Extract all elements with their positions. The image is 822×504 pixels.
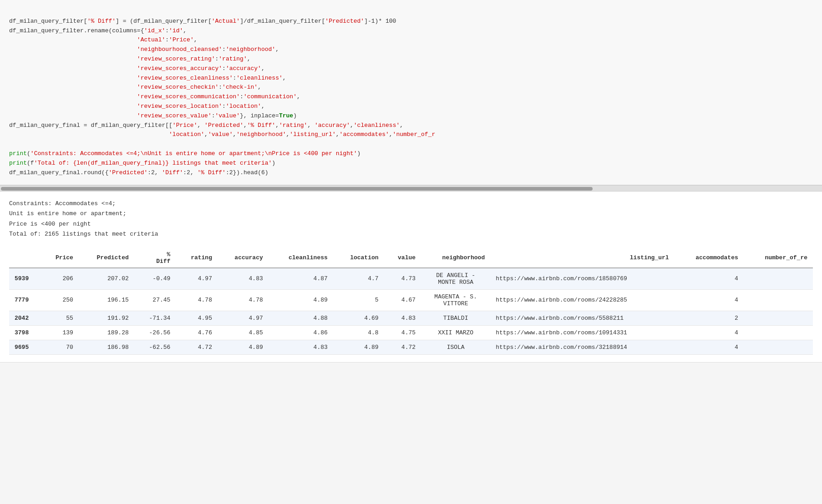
- table-cell-0: 3798: [9, 325, 41, 340]
- th-number-of-re: number_of_re: [744, 248, 813, 268]
- code-line-1: df_milan_query_filter['% Diff'] = (df_mi…: [9, 18, 396, 25]
- th-listing-url: listing_url: [490, 248, 674, 268]
- table-cell-7: 5: [333, 289, 384, 311]
- table-cell-10: https://www.airbnb.com/rooms/10914331: [490, 325, 674, 340]
- code-line-final: df_milan_query_final = df_milan_query_fi…: [9, 122, 435, 138]
- table-cell-0: 2042: [9, 311, 41, 325]
- output-cell: Constraints: Accommodates <=4; Unit is e…: [0, 192, 822, 362]
- table-cell-4: 4.78: [176, 289, 218, 311]
- table-cell-11: 4: [675, 325, 744, 340]
- table-cell-2: 189.28: [79, 325, 134, 340]
- table-cell-3: -71.34: [134, 311, 176, 325]
- table-cell-0: 9695: [9, 340, 41, 354]
- table-cell-3: -62.56: [134, 340, 176, 354]
- table-cell-2: 191.92: [79, 311, 134, 325]
- output-constraints-text: Constraints: Accommodates <=4; Unit is e…: [9, 199, 813, 239]
- th-rating: rating: [176, 248, 218, 268]
- table-cell-2: 196.15: [79, 289, 134, 311]
- table-cell-4: 4.72: [176, 340, 218, 354]
- results-table: Price Predicted %Diff rating accuracy cl…: [9, 248, 813, 355]
- table-cell-6: 4.86: [269, 325, 333, 340]
- table-row: 969570186.98-62.564.724.894.834.894.72IS…: [9, 340, 813, 354]
- table-cell-0: 5939: [9, 268, 41, 290]
- table-cell-6: 4.89: [269, 289, 333, 311]
- table-cell-1: 206: [41, 268, 79, 290]
- table-cell-3: 27.45: [134, 289, 176, 311]
- th-location: location: [333, 248, 384, 268]
- table-cell-8: 4.75: [384, 325, 421, 340]
- table-body: 5939206207.02-0.494.974.834.874.74.73DE …: [9, 268, 813, 355]
- table-cell-8: 4.83: [384, 311, 421, 325]
- table-cell-5: 4.89: [218, 340, 269, 354]
- table-cell-12: [744, 311, 813, 325]
- code-cell: df_milan_query_filter['% Diff'] = (df_mi…: [0, 0, 822, 185]
- table-cell-1: 70: [41, 340, 79, 354]
- table-cell-1: 250: [41, 289, 79, 311]
- th-index: [9, 248, 41, 268]
- table-cell-11: 2: [675, 311, 744, 325]
- table-row: 204255191.92-71.344.954.974.884.694.83TI…: [9, 311, 813, 325]
- table-cell-3: -0.49: [134, 268, 176, 290]
- table-cell-10: https://www.airbnb.com/rooms/5588211: [490, 311, 674, 325]
- table-cell-2: 207.02: [79, 268, 134, 290]
- table-row: 3798139189.28-26.564.764.854.864.84.75XX…: [9, 325, 813, 340]
- th-price: Price: [41, 248, 79, 268]
- table-cell-12: [744, 340, 813, 354]
- table-cell-7: 4.89: [333, 340, 384, 354]
- table-cell-7: 4.8: [333, 325, 384, 340]
- th-pct-diff: %Diff: [134, 248, 176, 268]
- table-cell-9: DE ANGELI -MONTE ROSA: [421, 268, 490, 290]
- table-cell-9: XXII MARZO: [421, 325, 490, 340]
- table-cell-0: 7779: [9, 289, 41, 311]
- table-cell-1: 139: [41, 325, 79, 340]
- table-cell-11: 4: [675, 340, 744, 354]
- table-cell-7: 4.69: [333, 311, 384, 325]
- table-cell-9: TIBALDI: [421, 311, 490, 325]
- th-cleanliness: cleanliness: [269, 248, 333, 268]
- code-blank-line: [9, 141, 13, 147]
- table-cell-8: 4.67: [384, 289, 421, 311]
- table-cell-5: 4.83: [218, 268, 269, 290]
- table-cell-8: 4.73: [384, 268, 421, 290]
- table-cell-5: 4.85: [218, 325, 269, 340]
- scrollbar-thumb[interactable]: [1, 187, 593, 191]
- th-accommodates: accommodates: [675, 248, 744, 268]
- table-cell-3: -26.56: [134, 325, 176, 340]
- table-cell-5: 4.78: [218, 289, 269, 311]
- table-cell-8: 4.72: [384, 340, 421, 354]
- table-cell-10: https://www.airbnb.com/rooms/32188914: [490, 340, 674, 354]
- table-cell-4: 4.76: [176, 325, 218, 340]
- code-print-lines: print('Constraints: Accommodates <=4;\nU…: [9, 150, 360, 176]
- table-cell-12: [744, 325, 813, 340]
- th-value: value: [384, 248, 421, 268]
- th-neighborhood: neighborhood: [421, 248, 490, 268]
- table-cell-5: 4.97: [218, 311, 269, 325]
- dataframe-table: Price Predicted %Diff rating accuracy cl…: [9, 248, 813, 355]
- table-cell-6: 4.83: [269, 340, 333, 354]
- table-cell-10: https://www.airbnb.com/rooms/18580769: [490, 268, 674, 290]
- table-cell-4: 4.95: [176, 311, 218, 325]
- table-cell-9: MAGENTA - S.VITTORE: [421, 289, 490, 311]
- table-row: 7779250196.1527.454.784.784.8954.67MAGEN…: [9, 289, 813, 311]
- table-cell-2: 186.98: [79, 340, 134, 354]
- table-cell-4: 4.97: [176, 268, 218, 290]
- table-cell-12: [744, 289, 813, 311]
- th-predicted: Predicted: [79, 248, 134, 268]
- table-cell-6: 4.88: [269, 311, 333, 325]
- table-cell-12: [744, 268, 813, 290]
- table-cell-11: 4: [675, 289, 744, 311]
- table-cell-7: 4.7: [333, 268, 384, 290]
- table-row: 5939206207.02-0.494.974.834.874.74.73DE …: [9, 268, 813, 290]
- table-cell-11: 4: [675, 268, 744, 290]
- table-cell-1: 55: [41, 311, 79, 325]
- th-accuracy: accuracy: [218, 248, 269, 268]
- table-header-row: Price Predicted %Diff rating accuracy cl…: [9, 248, 813, 268]
- table-cell-6: 4.87: [269, 268, 333, 290]
- table-cell-10: https://www.airbnb.com/rooms/24228285: [490, 289, 674, 311]
- code-line-rename: df_milan_query_filter.rename(columns={'i…: [9, 27, 300, 119]
- table-cell-9: ISOLA: [421, 340, 490, 354]
- horizontal-scrollbar[interactable]: [0, 185, 822, 192]
